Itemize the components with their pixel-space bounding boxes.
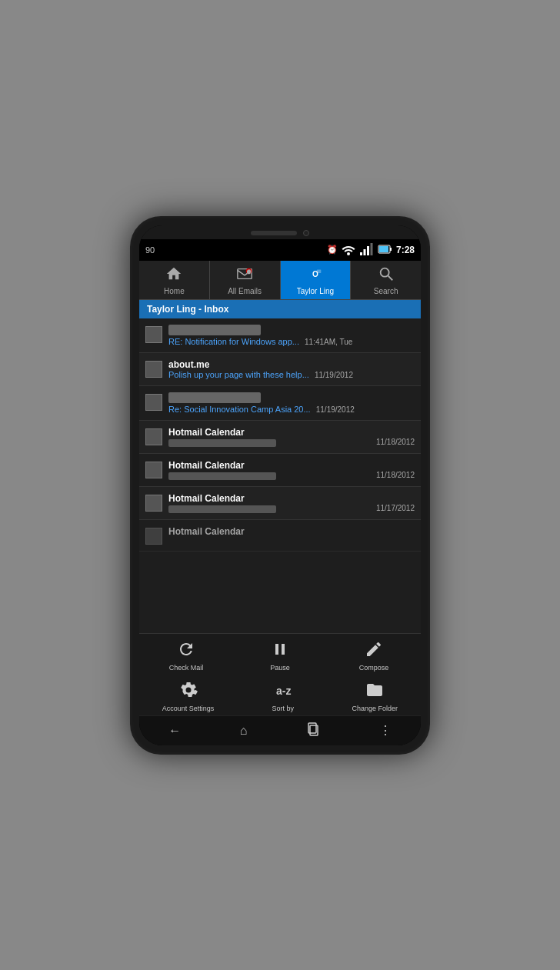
check-mail-button[interactable]: Check Mail (163, 640, 209, 672)
change-folder-button[interactable]: Change Folder (352, 681, 398, 712)
sort-by-button[interactable]: a-z Sort by (260, 681, 306, 712)
home-icon (165, 265, 182, 285)
search-icon (378, 265, 395, 285)
refresh-icon (177, 640, 195, 662)
email-checkbox-4[interactable] (145, 428, 162, 445)
phone-screen: 90 ⏰ 7:28 Home (139, 225, 421, 745)
email-meta-5: 11/18/2012 (376, 471, 415, 479)
email-subject-2: Polish up your page with these help... 1… (168, 370, 415, 379)
tab-bar: Home @ All Emails O Taylor Ling Search (139, 261, 421, 300)
settings-icon (179, 681, 198, 703)
account-settings-button[interactable]: Account Settings (162, 681, 215, 712)
email-item-4[interactable]: Hotmail Calendar 11/18/2012 (139, 421, 421, 454)
email-item-7[interactable]: Hotmail Calendar (139, 520, 421, 552)
email-subject-3: Re: Social Innovation Camp Asia 20... 11… (168, 405, 415, 414)
nav-back-button[interactable]: ← (159, 722, 190, 739)
email-meta-6: 11/17/2012 (376, 504, 415, 512)
email-item-3[interactable]: Re: Social Innovation Camp Asia 20... 11… (139, 386, 421, 421)
email-meta-2: 11/19/2012 (315, 371, 353, 379)
outlook-icon: O (307, 265, 324, 285)
svg-text:@: @ (247, 270, 251, 274)
email-sender-5: Hotmail Calendar (168, 460, 415, 471)
email-content-6: Hotmail Calendar 11/17/2012 (168, 493, 415, 513)
nav-home-button[interactable]: ⌂ (231, 722, 257, 739)
email-content-3: Re: Social Innovation Camp Asia 20... 11… (168, 392, 415, 414)
tab-search-label: Search (374, 287, 398, 295)
tab-home-label: Home (164, 287, 185, 295)
email-checkbox-6[interactable] (145, 495, 162, 512)
svg-rect-5 (379, 246, 388, 252)
tab-home[interactable]: Home (139, 261, 210, 299)
email-content-5: Hotmail Calendar 11/18/2012 (168, 460, 415, 480)
pause-label: Pause (270, 664, 290, 672)
email-checkbox-2[interactable] (145, 361, 162, 378)
email-sender-4: Hotmail Calendar (168, 427, 415, 438)
email-subject-1: RE: Notification for Windows app... 11:4… (168, 337, 415, 346)
signal-icon (359, 242, 375, 258)
email-meta-1: 11:41AM, Tue (305, 338, 352, 346)
tab-taylor-ling-label: Taylor Ling (297, 287, 334, 295)
status-bar: 90 ⏰ 7:28 (139, 239, 421, 261)
svg-rect-6 (390, 248, 392, 251)
email-item-2[interactable]: about.me Polish up your page with these … (139, 353, 421, 386)
toolbar-row-1: Check Mail Pause Compose (139, 634, 421, 675)
email-content-7: Hotmail Calendar (168, 526, 415, 537)
sort-icon: a-z (274, 681, 292, 703)
email-item-6[interactable]: Hotmail Calendar 11/17/2012 (139, 487, 421, 520)
tab-all-emails[interactable]: @ All Emails (210, 261, 281, 299)
nav-more-button[interactable]: ⋮ (370, 722, 401, 739)
alarm-icon: ⏰ (327, 245, 338, 255)
email-content-1: RE: Notification for Windows app... 11:4… (168, 325, 415, 346)
email-item-1[interactable]: RE: Notification for Windows app... 11:4… (139, 318, 421, 353)
toolbar-row-2: Account Settings a-z Sort by Change Fold… (139, 675, 421, 715)
android-nav-bar: ← ⌂ ⋮ (139, 715, 421, 745)
email-meta-4: 11/18/2012 (376, 438, 415, 446)
mail-icon: @ (236, 265, 253, 285)
compose-button[interactable]: Compose (351, 640, 397, 672)
speaker-grill (251, 231, 297, 235)
email-list: RE: Notification for Windows app... 11:4… (139, 318, 421, 633)
email-sender-1 (168, 325, 261, 335)
svg-rect-2 (367, 246, 369, 255)
svg-rect-3 (370, 243, 372, 255)
email-content-2: about.me Polish up your page with these … (168, 359, 415, 379)
pause-button[interactable]: Pause (257, 640, 303, 672)
email-item-5[interactable]: Hotmail Calendar 11/18/2012 (139, 454, 421, 487)
phone-frame: 90 ⏰ 7:28 Home (130, 216, 430, 755)
folder-icon (365, 681, 384, 703)
check-mail-label: Check Mail (169, 664, 204, 672)
svg-point-13 (380, 268, 388, 276)
svg-text:a-z: a-z (276, 685, 291, 697)
change-folder-label: Change Folder (352, 705, 398, 712)
email-sender-2: about.me (168, 359, 415, 370)
email-sender-7: Hotmail Calendar (168, 526, 415, 537)
email-meta-3: 11/19/2012 (316, 405, 355, 414)
bottom-toolbar: Check Mail Pause Compose (139, 633, 421, 715)
tab-search[interactable]: Search (351, 261, 421, 299)
phone-top-hardware (139, 225, 421, 239)
battery-icon (378, 242, 393, 258)
email-checkbox-1[interactable] (145, 326, 162, 343)
account-settings-label: Account Settings (162, 705, 215, 712)
sort-by-label: Sort by (272, 705, 295, 712)
svg-rect-12 (317, 269, 322, 273)
inbox-header: Taylor Ling - Inbox (139, 300, 421, 318)
svg-rect-0 (360, 252, 362, 255)
compose-icon (365, 640, 383, 662)
status-notifications: 90 (145, 245, 155, 255)
email-content-4: Hotmail Calendar 11/18/2012 (168, 427, 415, 447)
wifi-icon (341, 242, 356, 258)
nav-recents-button[interactable] (297, 721, 329, 741)
pause-icon (271, 640, 289, 662)
email-checkbox-3[interactable] (145, 394, 162, 411)
email-checkbox-5[interactable] (145, 462, 162, 478)
email-sender-6: Hotmail Calendar (168, 493, 415, 504)
tab-all-emails-label: All Emails (228, 287, 262, 295)
status-icons: ⏰ 7:28 (327, 242, 415, 258)
tab-taylor-ling[interactable]: O Taylor Ling (281, 261, 352, 299)
email-checkbox-7[interactable] (145, 528, 162, 545)
svg-rect-1 (363, 249, 365, 255)
email-sender-3 (168, 392, 261, 403)
front-camera (303, 230, 309, 236)
compose-label: Compose (359, 664, 389, 672)
